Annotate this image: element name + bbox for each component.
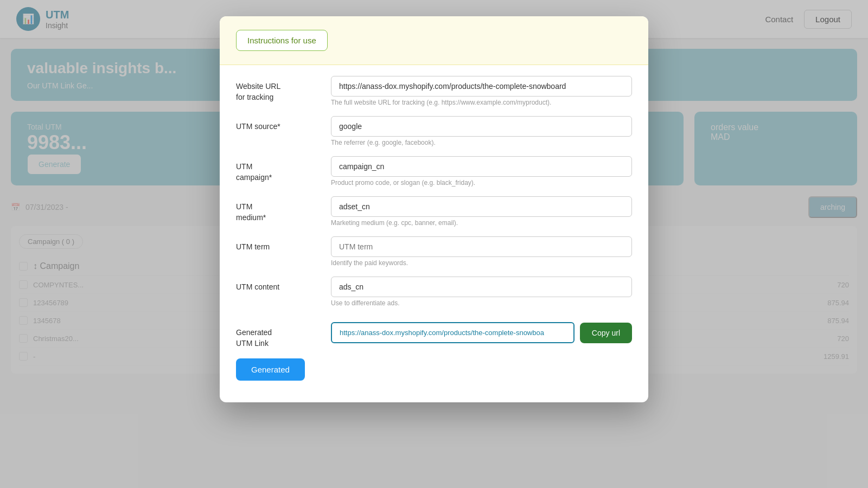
generated-url-row: GeneratedUTM Link Copy url [220, 322, 648, 349]
generated-url-input[interactable] [331, 322, 575, 343]
utm-medium-hint: Marketing medium (e.g. cpc, banner, emai… [331, 219, 632, 227]
website-url-hint: The full website URL for tracking (e.g. … [331, 99, 632, 106]
utm-term-field: Identify the paid keywords. [331, 236, 632, 267]
utm-campaign-field: Product promo code, or slogan (e.g. blac… [331, 156, 632, 187]
utm-source-row: UTM source* The referrer (e.g. google, f… [236, 116, 632, 146]
utm-content-field: Use to differentiate ads. [331, 277, 632, 307]
generated-submit-button[interactable]: Generated [236, 358, 305, 381]
copy-url-button[interactable]: Copy url [580, 323, 632, 343]
utm-campaign-row: UTMcampaign* Product promo code, or slog… [236, 156, 632, 187]
utm-campaign-label: UTMcampaign* [236, 156, 320, 183]
utm-source-field: The referrer (e.g. google, facebook). [331, 116, 632, 146]
utm-source-hint: The referrer (e.g. google, facebook). [331, 139, 632, 146]
utm-term-row: UTM term Identify the paid keywords. [236, 236, 632, 267]
utm-source-label: UTM source* [236, 116, 320, 132]
utm-term-input[interactable] [331, 236, 632, 257]
generated-input-area: Copy url [331, 322, 632, 343]
instructions-banner: Instructions for use [220, 16, 648, 65]
utm-campaign-hint: Product promo code, or slogan (e.g. blac… [331, 179, 632, 187]
utm-content-hint: Use to differentiate ads. [331, 299, 632, 307]
utm-term-label: UTM term [236, 236, 320, 253]
utm-content-label: UTM content [236, 277, 320, 293]
form-body: Website URLfor tracking The full website… [220, 65, 648, 322]
utm-generator-modal: Instructions for use Website URLfor trac… [220, 16, 648, 402]
utm-campaign-input[interactable] [331, 156, 632, 177]
instructions-button[interactable]: Instructions for use [236, 30, 328, 51]
utm-term-hint: Identify the paid keywords. [331, 259, 632, 267]
utm-content-row: UTM content Use to differentiate ads. [236, 277, 632, 307]
website-url-row: Website URLfor tracking The full website… [236, 76, 632, 106]
website-url-field: The full website URL for tracking (e.g. … [331, 76, 632, 106]
utm-medium-row: UTMmedium* Marketing medium (e.g. cpc, b… [236, 196, 632, 227]
website-url-label: Website URLfor tracking [236, 76, 320, 102]
website-url-input[interactable] [331, 76, 632, 97]
generated-url-label: GeneratedUTM Link [236, 322, 320, 349]
utm-source-input[interactable] [331, 116, 632, 137]
utm-content-input[interactable] [331, 277, 632, 297]
utm-medium-label: UTMmedium* [236, 196, 320, 223]
utm-medium-input[interactable] [331, 196, 632, 217]
generated-action: Generated [220, 358, 648, 381]
utm-medium-field: Marketing medium (e.g. cpc, banner, emai… [331, 196, 632, 227]
